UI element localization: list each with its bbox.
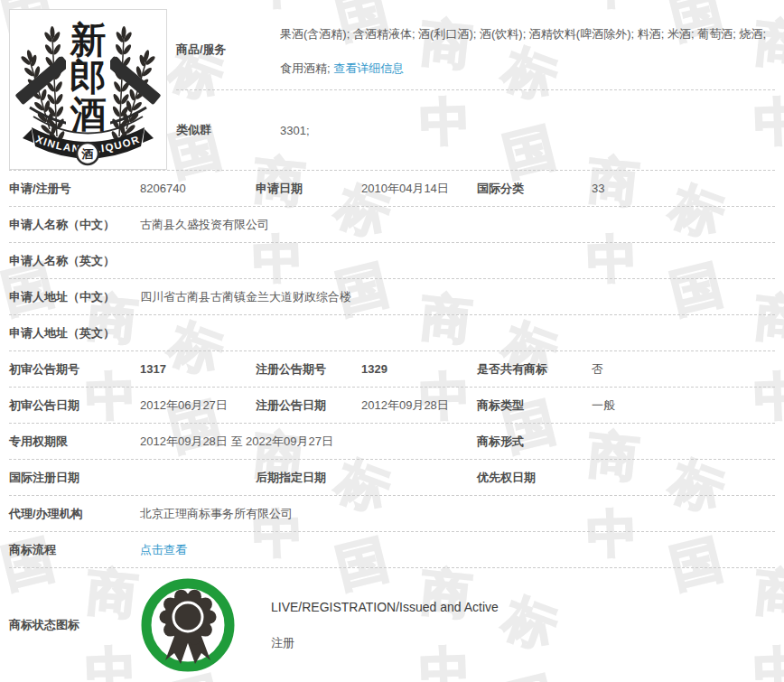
field-value: 2010年04月14日 (361, 181, 477, 197)
banner-end-left (23, 129, 33, 143)
field-value: 2012年09月28日 至 2022年09月27日 (140, 434, 477, 450)
field-label: 后期指定日期 (256, 470, 361, 486)
field-value: 四川省古蔺县古蔺镇金兰大道财政综合楼 (140, 289, 775, 305)
logo-char-2: 郎 (70, 57, 107, 98)
field-label: 初审公告日期 (9, 397, 140, 414)
field-value: 1329 (361, 362, 477, 376)
field-label: 商标类型 (477, 397, 592, 414)
trademark-logo-image: 新 郎 酒 XINLANG LIQUOR 酒 (9, 9, 167, 170)
field-label: 商标流程 (9, 542, 140, 558)
status-row: 商标状态图标 LIVE/REGISTRATION/Issued and Acti… (9, 568, 775, 681)
trademark-detail-panel: 新 郎 酒 XINLANG LIQUOR 酒 商品/服务 果酒(含酒精); 含酒… (0, 0, 784, 682)
field-label: 申请日期 (256, 181, 361, 197)
field-label: 初审公告期号 (9, 361, 140, 378)
similar-group-value: 3301; (280, 124, 310, 137)
field-value: 33 (592, 182, 775, 195)
view-details-link[interactable]: 查看详细信息 (333, 61, 404, 75)
goods-services-value: 果酒(含酒精); 含酒精液体; 酒(利口酒); 酒(饮料); 酒精饮料(啤酒除外… (280, 9, 775, 89)
rosette-body (164, 593, 211, 640)
table-row: 申请人地址（英文） (9, 315, 775, 351)
field-value: 1317 (140, 362, 256, 376)
field-label: 申请人名称（中文） (9, 217, 140, 233)
similar-group-label: 类似群 (176, 122, 280, 138)
xinlang-liquor-logo: 新 郎 酒 XINLANG LIQUOR 酒 (10, 10, 166, 169)
goods-services-label: 商品/服务 (176, 9, 280, 89)
field-value: 北京正理商标事务所有限公司 (140, 506, 775, 522)
status-text-block: LIVE/REGISTRATION/Issued and Active 注册 (271, 590, 499, 660)
field-value: 一般 (592, 397, 775, 414)
top-section: 新 郎 酒 XINLANG LIQUOR 酒 商品/服务 果酒(含酒精); 含酒… (9, 9, 775, 171)
field-rows: 申请/注册号8206740申请日期2010年04月14日国际分类33申请人名称（… (9, 171, 775, 568)
status-text-cn: 注册 (271, 625, 499, 660)
table-row: 代理/办理机构北京正理商标事务所有限公司 (9, 496, 775, 532)
banner-end-right (143, 129, 154, 143)
table-row: 申请人名称（中文）古蔺县久盛投资有限公司 (9, 207, 775, 243)
table-row: 申请人地址（中文）四川省古蔺县古蔺镇金兰大道财政综合楼 (9, 279, 775, 315)
goods-services-row: 商品/服务 果酒(含酒精); 含酒精液体; 酒(利口酒); 酒(饮料); 酒精饮… (176, 9, 775, 90)
field-value: 否 (592, 361, 775, 378)
field-label: 是否共有商标 (477, 361, 592, 378)
table-row: 国际注册日期后期指定日期优先权日期 (9, 460, 775, 496)
field-value: 2012年09月28日 (361, 397, 477, 414)
field-value: 古蔺县久盛投资有限公司 (140, 217, 775, 233)
status-icon-label: 商标状态图标 (9, 617, 140, 633)
trademark-process-link[interactable]: 点击查看 (140, 542, 775, 558)
logo-char-1: 新 (70, 20, 107, 61)
field-value: 8206740 (140, 182, 256, 195)
field-value: 2012年06月27日 (140, 397, 256, 414)
status-text-en: LIVE/REGISTRATION/Issued and Active (271, 590, 499, 625)
table-row: 初审公告日期2012年06月27日注册公告日期2012年09月28日商标类型一般 (9, 388, 775, 424)
field-label: 国际分类 (477, 181, 592, 197)
logo-char-3: 酒 (70, 94, 107, 135)
field-label: 注册公告期号 (256, 361, 361, 378)
table-row: 申请人名称（英文） (9, 243, 775, 279)
table-row: 申请/注册号8206740申请日期2010年04月14日国际分类33 (9, 171, 775, 207)
field-label: 专用权期限 (9, 434, 140, 450)
similar-group-row: 类似群 3301; (176, 90, 775, 170)
table-row: 专用权期限2012年09月28日 至 2022年09月27日商标形式 (9, 424, 775, 460)
logo-seal-char: 酒 (81, 147, 94, 161)
field-label: 申请人地址（英文） (9, 325, 140, 341)
field-label: 注册公告日期 (256, 397, 361, 414)
table-row: 初审公告期号1317注册公告期号1329是否共有商标否 (9, 351, 775, 388)
field-label: 国际注册日期 (9, 470, 140, 486)
ribbon-medal-icon (140, 577, 236, 673)
top-right-fields: 商品/服务 果酒(含酒精); 含酒精液体; 酒(利口酒); 酒(饮料); 酒精饮… (176, 9, 775, 170)
field-label: 商标形式 (477, 434, 592, 450)
field-label: 代理/办理机构 (9, 506, 140, 522)
field-label: 申请人名称（英文） (9, 253, 140, 269)
field-label: 优先权日期 (477, 470, 592, 486)
table-row: 商标流程点击查看 (9, 532, 775, 568)
field-label: 申请/注册号 (9, 181, 140, 197)
field-label: 申请人地址（中文） (9, 289, 140, 305)
